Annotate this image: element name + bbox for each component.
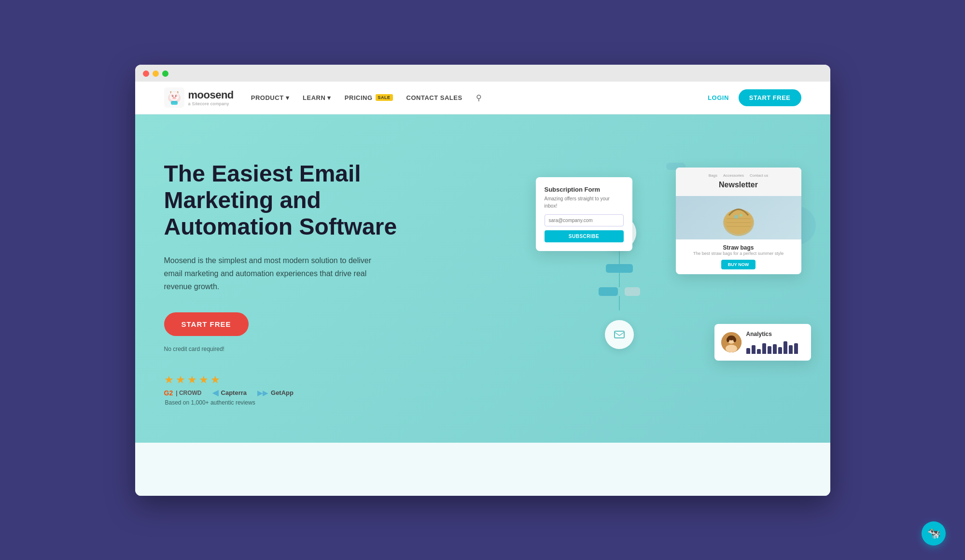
- svg-point-19: [724, 209, 753, 234]
- product-chevron-icon: ▾: [286, 94, 290, 101]
- pricing-nav-link[interactable]: PRICING SALE: [345, 94, 393, 101]
- flow-connector-1: [619, 250, 620, 264]
- svg-point-24: [740, 214, 742, 217]
- traffic-lights: [143, 70, 168, 77]
- analytics-bar: [783, 341, 787, 354]
- contact-sales-nav-link[interactable]: CONTACT SALES: [406, 94, 462, 101]
- minimize-button[interactable]: [153, 70, 159, 77]
- subscription-card: Subscription Form Amazing offers straigh…: [536, 177, 632, 251]
- subscription-email-input[interactable]: [545, 214, 624, 226]
- g2-crowd-logo: G2 | CROWD: [164, 389, 202, 397]
- subscribe-button[interactable]: SUBSCRIBE: [545, 230, 624, 242]
- no-credit-text: No credit card required!: [164, 346, 444, 352]
- logo-text: moosend a Sitecore company: [188, 89, 234, 106]
- analytics-bars: [746, 340, 804, 354]
- flow-branch-1: [599, 287, 618, 296]
- analytics-bar: [762, 343, 766, 354]
- g2-label: | CROWD: [176, 390, 201, 396]
- logo-icon: [164, 87, 184, 108]
- star-4: ★: [199, 374, 209, 386]
- newsletter-title: Newsletter: [684, 181, 794, 189]
- flow-step-email: [605, 320, 634, 349]
- bottom-bar: [135, 443, 830, 496]
- navbar: moosend a Sitecore company PRODUCT ▾ LEA…: [135, 82, 830, 114]
- flow-box-1: [606, 264, 633, 273]
- buy-now-button[interactable]: Buy Now: [721, 260, 755, 269]
- chat-bubble[interactable]: 🐄: [922, 521, 946, 546]
- nav-right: LOGIN START FREE: [708, 89, 801, 106]
- browser-window: moosend a Sitecore company PRODUCT ▾ LEA…: [135, 65, 830, 496]
- review-logos: G2 | CROWD ◀ Capterra ▶▶ GetApp: [164, 388, 294, 397]
- close-button[interactable]: [143, 70, 149, 77]
- hero-section: The Easiest Email Marketing and Automati…: [135, 114, 830, 443]
- analytics-bar: [757, 349, 761, 354]
- capterra-icon: ◀: [212, 388, 218, 397]
- browser-chrome: [135, 65, 830, 82]
- analytics-avatar: [721, 332, 741, 352]
- newsletter-body: Straw bags The best straw bags for a per…: [676, 239, 801, 274]
- svg-point-30: [733, 337, 736, 342]
- analytics-content: Analytics: [746, 331, 804, 354]
- capterra-label: Capterra: [221, 389, 247, 396]
- analytics-bar: [752, 345, 755, 354]
- search-icon[interactable]: ⚲: [476, 93, 482, 102]
- sale-badge: SALE: [376, 94, 393, 101]
- analytics-bar: [794, 343, 798, 354]
- product-nav-link[interactable]: PRODUCT ▾: [251, 94, 289, 101]
- svg-point-29: [727, 337, 729, 342]
- reviews-section: ★ ★ ★ ★ ★ G2 | CROWD ◀ Capterra: [164, 374, 444, 406]
- flow-branches: [599, 287, 640, 296]
- analytics-bar: [773, 344, 777, 354]
- svg-rect-12: [171, 101, 178, 105]
- start-free-nav-button[interactable]: START FREE: [739, 89, 801, 106]
- maximize-button[interactable]: [162, 70, 168, 77]
- star-1: ★: [164, 374, 174, 386]
- learn-nav-link[interactable]: LEARN ▾: [303, 94, 331, 101]
- svg-point-9: [174, 98, 175, 98]
- g2-icon: G2: [164, 389, 173, 397]
- svg-point-23: [734, 215, 738, 219]
- hero-content: The Easiest Email Marketing and Automati…: [164, 160, 444, 406]
- logo-subtitle: a Sitecore company: [188, 101, 234, 106]
- hero-visual: Subscription Form Amazing offers straigh…: [531, 168, 801, 390]
- newsletter-product-desc: The best straw bags for a perfect summer…: [683, 251, 795, 256]
- chat-icon: 🐄: [927, 527, 940, 540]
- newsletter-card: Bags Accessories Contact us Newsletter: [676, 168, 801, 274]
- review-text: Based on 1,000+ authentic reviews: [165, 399, 294, 406]
- logo-name: moosend: [188, 89, 234, 101]
- svg-point-10: [172, 96, 173, 97]
- start-free-hero-button[interactable]: START FREE: [164, 312, 249, 336]
- flow-branch-2: [625, 287, 640, 296]
- star-2: ★: [176, 374, 185, 386]
- capterra-logo: ◀ Capterra: [212, 388, 247, 397]
- getapp-logo: ▶▶ GetApp: [257, 389, 294, 397]
- analytics-bar: [768, 346, 771, 354]
- login-link[interactable]: LOGIN: [708, 94, 729, 101]
- subscription-card-desc: Amazing offers straight to your inbox!: [545, 195, 624, 210]
- analytics-bar: [789, 345, 793, 354]
- newsletter-nav: Bags Accessories Contact us: [684, 173, 794, 178]
- svg-point-6: [175, 95, 177, 97]
- newsletter-product-title: Straw bags: [683, 244, 795, 251]
- analytics-title: Analytics: [746, 331, 804, 337]
- star-rating: ★ ★ ★ ★ ★: [164, 374, 294, 386]
- hero-description: Moosend is the simplest and most modern …: [164, 254, 386, 294]
- stars-area: ★ ★ ★ ★ ★ G2 | CROWD ◀ Capterra: [164, 374, 294, 406]
- subscription-card-title: Subscription Form: [545, 186, 624, 193]
- nav-links: PRODUCT ▾ LEARN ▾ PRICING SALE CONTACT S…: [251, 93, 708, 102]
- svg-point-8: [173, 98, 174, 98]
- newsletter-nav-bags: Bags: [709, 173, 717, 178]
- svg-point-11: [175, 96, 176, 97]
- flow-connector-3: [619, 296, 620, 310]
- newsletter-header: Bags Accessories Contact us Newsletter: [676, 168, 801, 196]
- newsletter-product-image: [676, 196, 801, 239]
- getapp-icon: ▶▶: [257, 389, 268, 397]
- getapp-label: GetApp: [271, 389, 294, 396]
- star-3: ★: [187, 374, 197, 386]
- flow-connector-2: [619, 273, 620, 287]
- svg-rect-17: [615, 331, 624, 338]
- logo-link[interactable]: moosend a Sitecore company: [164, 87, 234, 108]
- analytics-bar: [746, 348, 750, 354]
- learn-chevron-icon: ▾: [327, 94, 331, 101]
- svg-point-27: [726, 345, 737, 352]
